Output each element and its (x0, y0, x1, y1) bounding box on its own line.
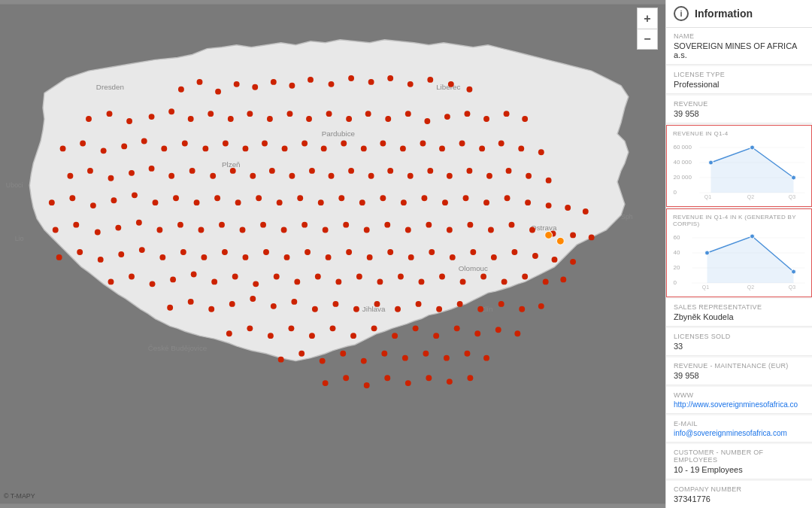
www-value[interactable]: http://www.sovereignminesofafrica.co (674, 400, 804, 409)
svg-point-47 (444, 114, 450, 120)
svg-point-23 (368, 79, 374, 85)
svg-text:Q3: Q3 (789, 194, 795, 200)
svg-point-168 (304, 249, 311, 255)
licenses-sold-label: LICENSES SOLD (674, 333, 804, 340)
svg-point-64 (301, 141, 308, 147)
svg-point-188 (232, 274, 238, 280)
svg-text:40 000: 40 000 (674, 159, 692, 166)
license-type-field: LICENSE TYPE Professional (666, 66, 812, 94)
svg-point-195 (377, 278, 383, 284)
svg-point-123 (483, 199, 489, 205)
svg-point-221 (498, 301, 504, 307)
svg-point-210 (271, 303, 277, 309)
svg-point-83 (189, 168, 195, 174)
svg-text:60: 60 (674, 234, 680, 241)
svg-point-244 (381, 351, 387, 357)
svg-point-109 (194, 199, 200, 205)
svg-point-110 (214, 195, 220, 201)
zoom-out-button[interactable]: − (637, 29, 658, 50)
svg-point-102 (49, 199, 55, 205)
svg-point-81 (149, 166, 155, 172)
revenue-value: 39 958 (674, 109, 804, 118)
svg-point-26 (427, 77, 433, 83)
svg-point-187 (211, 278, 217, 284)
svg-point-223 (538, 303, 544, 309)
svg-point-138 (240, 227, 246, 233)
svg-point-190 (274, 274, 280, 280)
svg-point-122 (463, 195, 469, 201)
svg-point-228 (309, 333, 315, 339)
svg-point-189 (253, 281, 259, 287)
chart2-svg: 60 40 20 0 Q1 Q2 Q3 (673, 230, 805, 291)
svg-point-96 (447, 173, 453, 179)
svg-point-75 (518, 145, 524, 151)
svg-point-130 (73, 222, 79, 228)
chart1-title: REVENUE IN Q1-4 (673, 130, 805, 137)
svg-point-90 (329, 173, 335, 179)
svg-point-249 (483, 355, 489, 361)
svg-point-21 (329, 81, 335, 87)
svg-point-140 (281, 227, 287, 233)
svg-point-144 (364, 227, 370, 233)
zoom-in-button[interactable]: + (637, 8, 658, 29)
svg-point-139 (260, 222, 266, 228)
svg-point-255 (426, 375, 432, 381)
svg-point-241 (320, 358, 326, 364)
svg-point-125 (525, 199, 531, 205)
email-value[interactable]: info@sovereignminesofafrica.com (674, 429, 804, 437)
svg-text:Jihlava: Jihlava (362, 305, 386, 313)
svg-point-196 (398, 274, 404, 280)
svg-point-145 (384, 222, 390, 228)
svg-text:Q1: Q1 (704, 194, 711, 200)
svg-text:Q3: Q3 (789, 284, 795, 291)
email-field: E-MAIL info@sovereignminesofafrica.com (666, 415, 812, 443)
svg-point-235 (454, 325, 460, 331)
revenue-field: REVENUE 39 958 (666, 96, 812, 123)
svg-point-37 (247, 111, 253, 117)
chart2-title: REVENUE IN Q1-4 IN K (GENERATED BY CORPI… (673, 214, 805, 227)
svg-point-82 (168, 173, 174, 179)
chart1-container: REVENUE IN Q1-4 60 000 40 000 20 000 0 (666, 125, 812, 207)
svg-text:0: 0 (674, 279, 677, 286)
svg-point-56 (141, 138, 147, 144)
svg-point-124 (504, 195, 511, 201)
svg-point-72 (459, 141, 465, 147)
svg-point-234 (433, 333, 439, 339)
svg-point-128 (583, 208, 589, 214)
www-field: WWW http://www.sovereignminesofafrica.co (666, 387, 812, 414)
svg-point-239 (278, 357, 284, 363)
svg-point-142 (323, 227, 329, 233)
svg-point-84 (210, 173, 216, 179)
svg-point-174 (429, 249, 435, 255)
svg-point-252 (364, 382, 370, 388)
svg-point-99 (506, 168, 512, 174)
svg-point-205 (167, 305, 173, 311)
svg-point-132 (115, 225, 121, 231)
svg-point-160 (139, 247, 145, 253)
svg-point-220 (477, 306, 483, 312)
svg-point-162 (180, 249, 186, 255)
svg-point-134 (156, 227, 162, 233)
svg-text:60 000: 60 000 (674, 144, 692, 151)
svg-point-250 (323, 380, 329, 386)
license-type-value: Professional (674, 80, 804, 89)
svg-point-62 (262, 141, 268, 147)
svg-point-66 (341, 141, 347, 147)
svg-point-101 (546, 178, 552, 184)
svg-point-141 (301, 222, 308, 228)
svg-point-259 (556, 237, 564, 245)
sidebar-content: NAME SOVEREIGN MINES OF AFRICA a.s. LICE… (666, 28, 812, 508)
svg-point-20 (308, 77, 314, 83)
svg-point-193 (335, 278, 341, 284)
svg-point-217 (416, 301, 422, 307)
svg-point-207 (208, 306, 214, 312)
svg-point-257 (467, 375, 473, 381)
svg-point-95 (427, 168, 433, 174)
svg-point-212 (312, 306, 318, 312)
map-controls: + − (637, 8, 658, 50)
license-type-label: LICENSE TYPE (674, 71, 804, 78)
svg-point-38 (267, 116, 273, 122)
svg-point-180 (552, 257, 558, 263)
svg-point-16 (234, 81, 240, 87)
info-panel: i Information NAME SOVEREIGN MINES OF AF… (665, 0, 812, 508)
